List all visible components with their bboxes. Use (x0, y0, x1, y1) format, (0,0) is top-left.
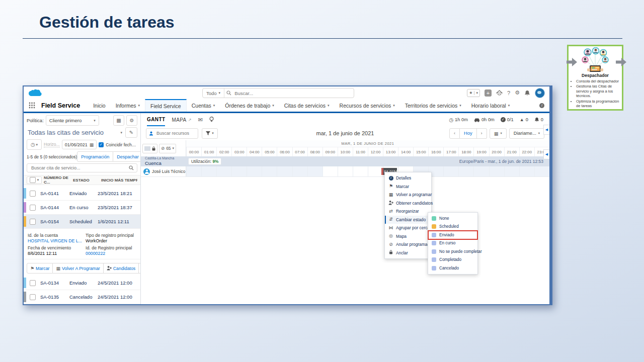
volver-a-programar-button[interactable]: ▦Volver A Programar (53, 263, 103, 274)
status-option-no-se-puede-completar[interactable]: No se puede completar (428, 247, 477, 256)
row-checkbox[interactable] (30, 294, 36, 300)
resource-slot-22-00[interactable] (519, 166, 534, 176)
global-actions-button[interactable]: + (485, 89, 492, 97)
resource-slot-17-00[interactable] (443, 166, 458, 176)
menu-item-anclar[interactable]: Anclar (385, 249, 431, 257)
status-option-completado[interactable]: Completado (428, 256, 477, 264)
nav-tab-informes[interactable]: Informes▾ (111, 99, 145, 112)
today-button[interactable]: Hoy (460, 128, 477, 139)
nav-info-button[interactable]: i (539, 99, 546, 112)
resource-search-input[interactable] (155, 130, 195, 136)
appointment-row-sa-0135[interactable]: SA-0135Cancelado24/5/2021 12:00 (24, 290, 140, 304)
resource-slot-03-00[interactable] (231, 166, 247, 176)
horizon-date-field[interactable]: 01/06/2021 ▦ (62, 140, 97, 149)
setup-gear-icon[interactable]: ⚙ (515, 89, 520, 96)
panel-settings-button[interactable]: ⚙ (126, 115, 137, 126)
user-avatar[interactable] (535, 88, 545, 98)
notifications-bell-icon[interactable] (524, 90, 530, 96)
resource-filter-button[interactable]: ▾ (202, 128, 218, 139)
select-all-checkbox[interactable]: ▾ (27, 176, 42, 184)
menu-item-volver-a-programar[interactable]: ▦Volver a programar (385, 191, 431, 199)
resource-slot-05-00[interactable] (262, 166, 277, 176)
resource-slot-08-00[interactable] (307, 166, 323, 176)
scheduling-button[interactable]: Programación (77, 151, 113, 162)
resource-slot-19-00[interactable] (473, 166, 489, 176)
map-toggle-button[interactable]: ▩ (113, 115, 124, 126)
collapse-panel-button-2[interactable]: ◀ (543, 149, 549, 159)
nav-tab-recursos-de-servicios[interactable]: Recursos de servicios▾ (335, 99, 400, 112)
list-view-select[interactable]: Todas las citas de servicio ▾ (27, 128, 123, 137)
email-icon[interactable]: ✉ (198, 117, 203, 123)
app-launcher-button[interactable] (27, 99, 37, 112)
resource-cell[interactable]: José Luis Técnico (141, 166, 186, 176)
appointment-row-sa-0144[interactable]: SA-0144En curso23/5/2021 18:37 (24, 201, 140, 215)
calendar-picker-button[interactable]: ▦▾ (490, 128, 507, 139)
menu-item-obtener-candidatos[interactable]: Obtener candidatos (385, 199, 431, 208)
appointment-row-sa-0134[interactable]: SA-0134Enviado24/5/2021 12:00 (24, 276, 140, 290)
horizon-clock-button[interactable]: ◷▾ (27, 139, 42, 150)
menu-item-detalles[interactable]: iDetalles (385, 174, 431, 183)
resource-slot-00-00[interactable] (186, 166, 201, 176)
status-option-cancelado[interactable]: Cancelado (428, 264, 477, 273)
nav-tab-horario-laboral[interactable]: Horario laboral▾ (466, 99, 515, 112)
palette-lock-button[interactable] (142, 144, 157, 153)
resource-slot-12-00[interactable] (368, 166, 383, 176)
resource-slot-20-00[interactable] (489, 166, 504, 176)
status-option-scheduled[interactable]: Scheduled (428, 223, 477, 231)
resource-slot-01-00[interactable] (201, 166, 216, 176)
resource-slot-04-00[interactable] (247, 166, 262, 176)
favorites-button[interactable]: ★ ▾ (467, 89, 480, 97)
resource-slot-21-00[interactable] (504, 166, 519, 176)
status-option-enviado[interactable]: Enviado (428, 231, 477, 239)
row-checkbox[interactable] (30, 205, 36, 211)
capacity-select[interactable]: ⊘ 65 ▾ (159, 144, 176, 153)
resource-slot-06-00[interactable] (277, 166, 292, 176)
candidatos-button[interactable]: Candidatos (104, 263, 139, 274)
resource-slot-07-00[interactable] (292, 166, 307, 176)
detail-field-value[interactable]: 00000222 (86, 251, 136, 256)
row-checkbox[interactable] (30, 219, 36, 225)
resource-slot-10-00[interactable] (338, 166, 353, 176)
marcar-button[interactable]: ⚑Marcar (27, 263, 53, 274)
policy-select[interactable]: Cliente primero ▾ (46, 115, 99, 126)
row-checkbox[interactable] (30, 191, 36, 197)
tab-gantt[interactable]: GANTT (147, 113, 165, 126)
prev-day-button[interactable]: ‹ (449, 128, 460, 139)
nav-tab-inicio[interactable]: Inicio (88, 99, 111, 112)
collapse-panel-button[interactable]: ◀ (543, 125, 549, 135)
nav-tab-citas-de-servicios[interactable]: Citas de servicios▾ (279, 99, 335, 112)
match-dates-checkbox[interactable]: ✓ (99, 142, 104, 147)
menu-item-cambiar-estado[interactable]: ⇵Cambiar estado (385, 216, 431, 224)
global-search-input[interactable] (233, 90, 354, 97)
dispatch-button[interactable]: Despachar (113, 151, 141, 162)
menu-item-marcar[interactable]: ⚑Marcar (385, 183, 431, 191)
next-day-button[interactable]: › (477, 128, 487, 139)
search-scope-dropdown[interactable]: Todo ▾ (203, 88, 224, 98)
edit-list-button[interactable]: ✎ (125, 127, 137, 138)
resource-slot-09-00[interactable] (323, 166, 338, 176)
menu-item-mapa[interactable]: ◎Mapa (385, 232, 431, 241)
nav-tab-cuentas[interactable]: Cuentas▾ (187, 99, 220, 112)
detail-field-value[interactable]: HOSPITAL VIRGEN DE L... (28, 238, 83, 243)
row-checkbox[interactable] (30, 280, 36, 286)
help-icon[interactable]: ? (507, 90, 510, 96)
nav-tab-field-service[interactable]: Field Service (145, 99, 187, 112)
appointment-row-sa-0154[interactable]: SA-0154Scheduled1/6/2021 12:11 (24, 215, 140, 229)
view-scale-select[interactable]: Diariame...▾ (509, 128, 544, 139)
appointment-search-input[interactable] (30, 165, 127, 171)
resource-slot-02-00[interactable] (216, 166, 231, 176)
status-option-none[interactable]: None (428, 214, 477, 223)
resource-slot-11-00[interactable] (353, 166, 368, 176)
tab-mapa[interactable]: MAPA ↗ (172, 113, 191, 126)
guidance-center-icon[interactable] (496, 90, 503, 96)
menu-item-agrupar-por-cercan-a[interactable]: ⋈Agrupar por cercanía (385, 224, 431, 232)
menu-item-reorganizar[interactable]: ⇄Reorganizar (385, 207, 431, 216)
resource-slot-23-00[interactable] (534, 166, 549, 176)
territory-group-row[interactable]: Castilla-La Mancha Cuenca Utilización: 9… (141, 156, 549, 166)
lightbulb-icon[interactable] (209, 117, 214, 123)
appointment-row-sa-0141[interactable]: SA-0141Enviado23/5/2021 18:21 (24, 187, 140, 201)
resource-slot-18-00[interactable] (458, 166, 473, 176)
status-option-en-curso[interactable]: En curso (428, 239, 477, 248)
nav-tab-rdenes-de-trabajo[interactable]: Órdenes de trabajo▾ (220, 99, 279, 112)
nav-tab-territorios-de-servicios[interactable]: Territorios de servicios▾ (400, 99, 466, 112)
